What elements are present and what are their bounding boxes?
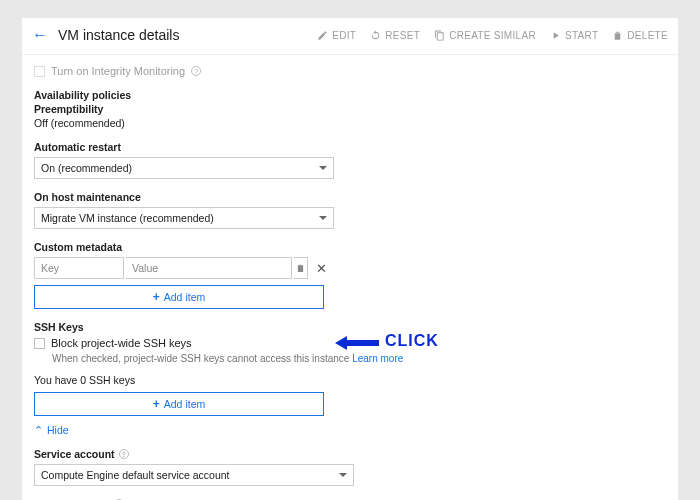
integrity-checkbox[interactable] bbox=[34, 66, 45, 77]
chevron-down-icon bbox=[319, 216, 327, 220]
metadata-value-input[interactable]: Value bbox=[126, 257, 292, 279]
form-body: Turn on Integrity Monitoring ? Availabil… bbox=[22, 55, 678, 500]
vm-details-panel: ← VM instance details EDIT RESET CREATE … bbox=[22, 18, 678, 500]
host-maintenance-label: On host maintenance bbox=[34, 191, 666, 203]
host-maintenance-select[interactable]: Migrate VM instance (recommended) bbox=[34, 207, 334, 229]
service-account-select[interactable]: Compute Engine default service account bbox=[34, 464, 354, 486]
delete-button[interactable]: DELETE bbox=[612, 30, 668, 41]
plus-icon: + bbox=[153, 397, 160, 411]
paste-icon bbox=[296, 263, 305, 274]
plus-icon: + bbox=[153, 290, 160, 304]
pencil-icon bbox=[317, 30, 328, 41]
block-ssh-note: When checked, project-wide SSH keys cann… bbox=[52, 353, 666, 364]
remove-row-icon[interactable]: ✕ bbox=[316, 261, 327, 276]
play-icon bbox=[550, 30, 561, 41]
reset-button[interactable]: RESET bbox=[370, 30, 420, 41]
help-icon[interactable]: ? bbox=[119, 449, 129, 459]
help-icon[interactable]: ? bbox=[191, 66, 201, 76]
copy-icon bbox=[434, 30, 445, 41]
custom-metadata-label: Custom metadata bbox=[34, 241, 666, 253]
chevron-down-icon bbox=[339, 473, 347, 477]
add-ssh-key-button[interactable]: + Add item bbox=[34, 392, 324, 416]
metadata-row: Key Value ✕ bbox=[34, 257, 666, 279]
block-ssh-checkbox[interactable] bbox=[34, 338, 45, 349]
block-ssh-row: Block project-wide SSH keys bbox=[34, 337, 666, 349]
create-similar-button[interactable]: CREATE SIMILAR bbox=[434, 30, 536, 41]
page-title: VM instance details bbox=[58, 27, 179, 43]
add-metadata-button[interactable]: + Add item bbox=[34, 285, 324, 309]
edit-button[interactable]: EDIT bbox=[317, 30, 356, 41]
availability-heading: Availability policies bbox=[34, 89, 666, 101]
page-header: ← VM instance details EDIT RESET CREATE … bbox=[22, 18, 678, 54]
integrity-monitoring-row: Turn on Integrity Monitoring ? bbox=[34, 65, 666, 77]
auto-restart-select[interactable]: On (recommended) bbox=[34, 157, 334, 179]
paste-icon-button[interactable] bbox=[294, 257, 308, 279]
ssh-key-count: You have 0 SSH keys bbox=[34, 374, 666, 386]
block-ssh-label: Block project-wide SSH keys bbox=[51, 337, 192, 349]
chevron-down-icon bbox=[319, 166, 327, 170]
header-actions: EDIT RESET CREATE SIMILAR START DELETE bbox=[317, 30, 668, 41]
reset-icon bbox=[370, 30, 381, 41]
back-arrow-icon[interactable]: ← bbox=[32, 26, 48, 44]
ssh-keys-label: SSH Keys bbox=[34, 321, 666, 333]
trash-icon bbox=[612, 30, 623, 41]
integrity-label: Turn on Integrity Monitoring bbox=[51, 65, 185, 77]
service-account-label: Service account ? bbox=[34, 448, 666, 460]
auto-restart-label: Automatic restart bbox=[34, 141, 666, 153]
hide-toggle[interactable]: ⌃ Hide bbox=[34, 424, 666, 436]
metadata-key-input[interactable]: Key bbox=[34, 257, 124, 279]
start-button[interactable]: START bbox=[550, 30, 598, 41]
learn-more-link[interactable]: Learn more bbox=[352, 353, 403, 364]
preemptibility-value: Off (recommended) bbox=[34, 117, 666, 129]
preemptibility-label: Preemptibility bbox=[34, 103, 666, 115]
collapse-icon: ⌃ bbox=[34, 424, 43, 436]
